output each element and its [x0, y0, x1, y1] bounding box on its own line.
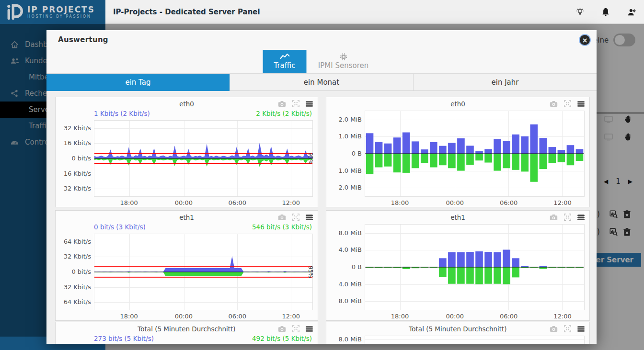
lightbulb-icon[interactable]: [576, 8, 584, 17]
x-axis-label: 18:00: [120, 313, 138, 320]
y-axis-label: 4.0 MiB: [328, 281, 362, 288]
plot-area: 8.0 MiB4.0 MiB0 B4.0 MiB8.0 MiB: [365, 224, 585, 310]
expand-icon[interactable]: [564, 325, 571, 332]
app-root: IP PROJECTS HOSTING BY PASSION IP-Projec…: [0, 0, 644, 350]
chart-panel-total-volume: Total (5 Minuten Durchschnitt)8.0 MiB: [326, 322, 590, 344]
x-axis-label: 18:00: [120, 199, 138, 206]
camera-icon[interactable]: [278, 326, 286, 332]
y-axis-label: 16 Kbit/s: [58, 170, 91, 177]
expand-icon[interactable]: [564, 100, 571, 107]
chart-panel-total-rate: Total (5 Minuten Durchschnitt)273 bit/s …: [55, 322, 318, 344]
stat-outbound: 492 bit/s (5 Kbit/s): [252, 335, 312, 342]
percentile-95-label: 95%: [307, 152, 314, 165]
y-axis-label: 64 Kbit/s: [58, 238, 91, 245]
modal-title: Auswertung: [58, 35, 108, 44]
y-axis-label: 0 bit/s: [58, 268, 91, 275]
chart-panel-eth1-volume: eth18.0 MiB4.0 MiB0 B4.0 MiB8.0 MiB18:00…: [326, 210, 590, 321]
ip-projects-logo-icon: [6, 3, 23, 21]
x-axis-label: 00:00: [446, 199, 463, 206]
y-axis-label: 16 Kbit/s: [58, 139, 91, 147]
y-axis-label: 32 Kbit/s: [58, 253, 91, 260]
stat-inbound: 273 bit/s (5 Kbit/s): [94, 335, 154, 342]
menu-icon[interactable]: [306, 326, 313, 332]
x-axis-label: 12:00: [553, 199, 571, 206]
plot-area: 64 Kbit/s32 Kbit/s0 bit/s32 Kbit/s64 Kbi…: [94, 234, 313, 310]
camera-icon[interactable]: [550, 326, 558, 332]
menu-icon[interactable]: [577, 215, 585, 220]
menu-icon[interactable]: [306, 215, 313, 220]
y-axis-label: 64 Kbit/s: [58, 298, 91, 305]
camera-icon[interactable]: [278, 101, 286, 107]
expand-icon[interactable]: [564, 214, 571, 221]
menu-icon[interactable]: [577, 326, 585, 332]
logo-tagline: HOSTING BY PASSION: [27, 14, 95, 19]
y-axis-label: 32 Kbit/s: [58, 124, 91, 132]
chart-panel-eth1-rate: eth10 bit/s (3 Kbit/s)546 bit/s (3 Kbit/…: [55, 210, 318, 321]
stat-inbound: 1 Kbit/s (2 Kbit/s): [94, 110, 150, 117]
y-axis-label: 2.0 MiB: [328, 116, 362, 123]
auswertung-modal: Auswertung × Traffic IPMI Sensoren ein T…: [46, 30, 597, 344]
y-axis-label: 0 B: [328, 263, 362, 271]
period-tab-ein-monat[interactable]: ein Monat: [230, 74, 414, 91]
tab-ipmi-sensoren[interactable]: IPMI Sensoren: [307, 50, 380, 73]
x-axis-label: 00:00: [446, 313, 463, 320]
plot-area: 2.0 MiB1.0 MiB0 B1.0 MiB2.0 MiB: [365, 111, 585, 197]
header-icons: [576, 0, 636, 24]
percentile-95-label: 95%: [307, 266, 314, 278]
chart-panel-eth0-rate: eth01 Kbit/s (2 Kbit/s)2 Kbit/s (2 Kbit/…: [55, 97, 318, 207]
menu-icon[interactable]: [577, 101, 585, 107]
tab-label: Traffic: [274, 61, 295, 70]
period-tab-bar: ein Tag ein Monat ein Jahr: [46, 73, 597, 91]
y-axis-label: 4.0 MiB: [328, 246, 362, 253]
expand-icon[interactable]: [292, 325, 299, 332]
stat-outbound: 546 bit/s (3 Kbit/s): [252, 223, 312, 231]
logo[interactable]: IP PROJECTS HOSTING BY PASSION: [0, 0, 105, 24]
camera-icon[interactable]: [278, 214, 286, 221]
x-axis-label: 18:00: [391, 313, 409, 320]
x-axis-label: 12:00: [282, 313, 300, 320]
line-chart-icon: [280, 54, 289, 60]
tab-label: IPMI Sensoren: [318, 61, 368, 70]
y-axis-label: 0 bit/s: [58, 155, 91, 162]
x-axis-label: 06:00: [500, 313, 518, 320]
x-axis-label: 00:00: [175, 199, 193, 206]
camera-icon[interactable]: [550, 214, 558, 221]
bell-icon[interactable]: [602, 8, 610, 16]
period-tab-ein-jahr[interactable]: ein Jahr: [414, 74, 597, 91]
y-axis-label: 2.0 MiB: [328, 184, 362, 191]
y-axis-label: 32 Kbit/s: [58, 185, 91, 192]
stat-outbound: 2 Kbit/s (2 Kbit/s): [256, 110, 312, 117]
y-axis-label: 8.0 MiB: [328, 297, 362, 305]
x-axis-label: 12:00: [553, 313, 571, 320]
period-tab-ein-tag[interactable]: ein Tag: [46, 74, 230, 91]
plot-area: 8.0 MiB: [365, 336, 585, 344]
y-axis-label: 32 Kbit/s: [58, 283, 91, 291]
y-axis-label: 1.0 MiB: [328, 167, 362, 174]
close-icon[interactable]: ×: [580, 35, 590, 45]
charts-area: eth01 Kbit/s (2 Kbit/s)2 Kbit/s (2 Kbit/…: [46, 91, 597, 344]
x-axis-label: 06:00: [229, 199, 246, 206]
y-axis-label: 8.0 MiB: [328, 229, 362, 237]
expand-icon[interactable]: [292, 100, 299, 107]
camera-icon[interactable]: [550, 101, 558, 107]
tab-traffic[interactable]: Traffic: [263, 50, 307, 73]
tab-bar: Traffic IPMI Sensoren: [263, 50, 380, 73]
chart-panel-eth0-volume: eth02.0 MiB1.0 MiB0 B1.0 MiB2.0 MiB18:00…: [326, 97, 590, 207]
app-header: IP PROJECTS HOSTING BY PASSION IP-Projec…: [0, 0, 644, 24]
stat-inbound: 0 bit/s (3 Kbit/s): [94, 223, 146, 231]
chip-icon: [340, 54, 347, 60]
x-axis-label: 12:00: [282, 199, 300, 206]
y-axis-label: 8.0 MiB: [328, 336, 362, 343]
user-settings-icon[interactable]: [627, 8, 636, 16]
y-axis-label: 0 B: [328, 150, 362, 157]
x-axis-label: 18:00: [391, 199, 409, 206]
logo-title: IP PROJECTS: [27, 5, 95, 15]
expand-icon[interactable]: [292, 214, 299, 221]
y-axis-label: 1.0 MiB: [328, 133, 362, 140]
x-axis-label: 06:00: [500, 199, 518, 206]
page-title: IP-Projects - Dedicated Server Panel: [113, 0, 260, 24]
menu-icon[interactable]: [306, 101, 313, 107]
x-axis-label: 06:00: [229, 313, 246, 320]
x-axis-label: 00:00: [175, 313, 193, 320]
plot-area: 32 Kbit/s16 Kbit/s0 bit/s16 Kbit/s32 Kbi…: [94, 120, 313, 197]
